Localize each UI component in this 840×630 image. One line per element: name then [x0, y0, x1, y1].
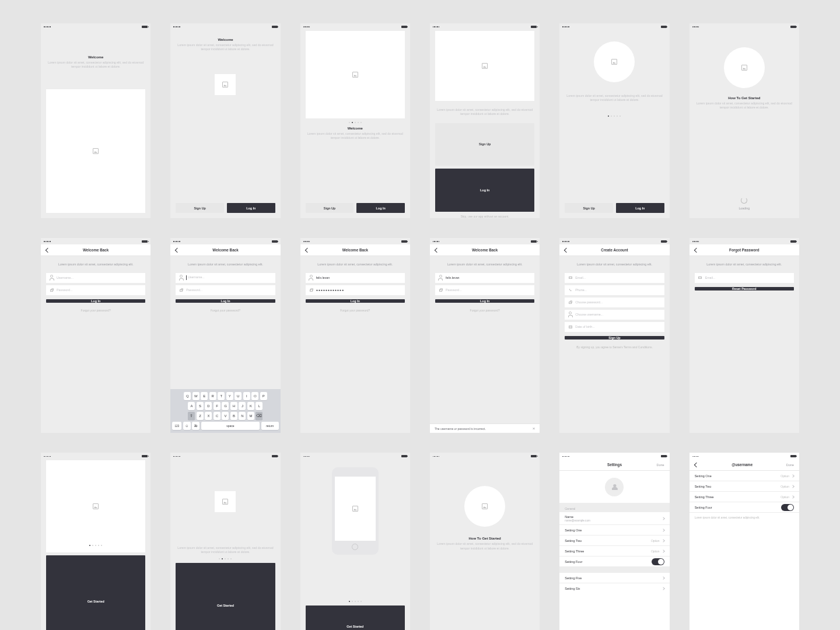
key-j[interactable]: J	[239, 402, 246, 410]
emoji-key[interactable]: ☺	[183, 422, 191, 430]
key-r[interactable]: R	[209, 392, 216, 400]
phone-input[interactable]: 📞︎Phone...	[565, 285, 664, 295]
username-input[interactable]: Choose username...	[565, 310, 664, 320]
key-f[interactable]: F	[214, 402, 220, 410]
key-w[interactable]: W	[192, 392, 200, 400]
mic-key[interactable]: 🎤︎	[192, 422, 200, 430]
row-setting-four[interactable]: Setting Four	[690, 502, 799, 513]
key-d[interactable]: D	[205, 402, 212, 410]
key-h[interactable]: H	[230, 402, 237, 410]
row-setting-six[interactable]: Setting Six	[559, 583, 669, 594]
keyboard[interactable]: QWERTYUIOP ASDFGHJKL ⇧ZXCVBNM⌫ 123☺🎤︎spa…	[170, 389, 280, 433]
space-key[interactable]: space	[201, 422, 260, 430]
image-placeholder	[215, 491, 236, 512]
key-p[interactable]: P	[260, 392, 267, 400]
row-setting-one[interactable]: Setting One	[559, 525, 669, 536]
row-setting-three[interactable]: Setting ThreeOption	[690, 492, 799, 502]
password-input[interactable]: Choose password...	[565, 298, 664, 307]
key-i[interactable]: I	[243, 392, 250, 400]
key-c[interactable]: C	[214, 412, 220, 420]
row-setting-one[interactable]: Setting OneOption	[690, 471, 799, 481]
key-t[interactable]: T	[218, 392, 225, 400]
getstarted-button[interactable]: Get Started	[176, 563, 275, 630]
key-b[interactable]: B	[230, 412, 237, 420]
key-y[interactable]: Y	[226, 392, 233, 400]
screen-loading: How To Get Started Lorem ipsum dolor sit…	[690, 23, 799, 218]
signup-button[interactable]: Sign Up	[565, 203, 613, 213]
password-input[interactable]: Password...	[46, 285, 145, 295]
key-s[interactable]: S	[197, 402, 204, 410]
key-a[interactable]: A	[188, 402, 195, 410]
avatar-icon[interactable]: 👤︎	[605, 478, 624, 496]
key-v[interactable]: V	[222, 412, 229, 420]
getstarted-button[interactable]: Get Started	[306, 606, 405, 630]
login-subtitle: Lorem ipsum dolor sit amet, consectetur …	[170, 256, 280, 272]
signup-button[interactable]: Sign Up	[565, 336, 664, 340]
getstarted-button[interactable]: Get Started	[46, 555, 145, 630]
username-input[interactable]: Username...	[176, 273, 275, 283]
key-u[interactable]: U	[235, 392, 242, 400]
key-k[interactable]: K	[247, 402, 254, 410]
create-subtitle: Lorem ipsum dolor sit amet, consectetur …	[559, 256, 669, 272]
row-setting-three[interactable]: Setting ThreeOption	[559, 546, 669, 556]
login-button[interactable]: Log In	[176, 299, 275, 303]
key-q[interactable]: Q	[184, 392, 191, 400]
screen-onboard-device: Get Started	[300, 453, 410, 630]
row-setting-two[interactable]: Setting TwoOption	[690, 481, 799, 492]
numeric-key[interactable]: 123	[172, 422, 181, 430]
forgot-link[interactable]: Forgot your password?	[170, 309, 280, 312]
loading-spinner-icon	[741, 197, 747, 204]
forgot-link[interactable]: Forgot your password?	[41, 309, 150, 312]
key-e[interactable]: E	[201, 392, 208, 400]
row-setting-five[interactable]: Setting Five	[559, 573, 669, 583]
chevron-right-icon	[662, 576, 665, 580]
welcome-desc: Lorem ipsum dolor sit amet, consectetur …	[430, 101, 540, 117]
login-button[interactable]: Log In	[616, 203, 664, 213]
shift-key[interactable]: ⇧	[188, 412, 195, 420]
password-input[interactable]: Password...	[176, 285, 275, 295]
row-setting-two[interactable]: Setting TwoOption	[559, 536, 669, 546]
login-button[interactable]: Log In	[435, 299, 534, 303]
image-placeholder	[724, 47, 765, 88]
signup-button[interactable]: Sign Up	[306, 203, 354, 213]
screen-login-keyboard: Welcome Back Lorem ipsum dolor sit amet,…	[170, 238, 280, 433]
signup-button[interactable]: Sign Up	[176, 203, 224, 213]
email-input[interactable]: Email...	[565, 273, 664, 283]
username-input[interactable]: felix.levan	[435, 273, 534, 283]
image-placeholder	[435, 31, 534, 101]
toggle-switch[interactable]	[652, 558, 664, 565]
login-button[interactable]: Log In	[46, 299, 145, 303]
login-button[interactable]: Log In	[227, 203, 275, 213]
signup-button[interactable]: Sign Up	[435, 123, 534, 166]
backspace-key[interactable]: ⌫	[256, 412, 262, 420]
username-input[interactable]: Username...	[46, 273, 145, 283]
dob-input[interactable]: Date of birth...	[565, 322, 664, 332]
page-indicator	[559, 116, 669, 117]
email-input[interactable]: Email...	[695, 273, 794, 283]
login-button[interactable]: Log In	[356, 203, 405, 213]
key-n[interactable]: N	[239, 412, 246, 420]
login-button[interactable]: Log In	[306, 299, 405, 303]
done-button[interactable]: Done	[786, 463, 794, 467]
image-placeholder	[594, 41, 635, 82]
reset-button[interactable]: Reset Password	[695, 287, 794, 290]
done-button[interactable]: Done	[654, 463, 664, 467]
key-m[interactable]: M	[247, 412, 254, 420]
login-button[interactable]: Log In	[435, 169, 534, 212]
return-key[interactable]: return	[261, 422, 279, 430]
password-input[interactable]: Password...	[435, 285, 534, 295]
skip-link[interactable]: Skip, use our app without an account.	[430, 215, 540, 218]
key-o[interactable]: O	[251, 392, 258, 400]
row-name[interactable]: Namename@example.com	[559, 512, 669, 525]
row-setting-four[interactable]: Setting Four	[559, 556, 669, 567]
username-input[interactable]: felix.levan	[306, 273, 405, 283]
key-z[interactable]: Z	[197, 412, 204, 420]
key-l[interactable]: L	[256, 402, 262, 410]
key-g[interactable]: G	[222, 402, 229, 410]
forgot-link[interactable]: Forgot your password?	[300, 309, 410, 312]
password-input[interactable]: ●●●●●●●●●●●●	[306, 285, 405, 295]
close-icon[interactable]: ×	[533, 426, 536, 431]
toggle-switch[interactable]	[781, 504, 794, 511]
key-x[interactable]: X	[205, 412, 212, 420]
forgot-link[interactable]: Forgot your password?	[430, 309, 540, 312]
